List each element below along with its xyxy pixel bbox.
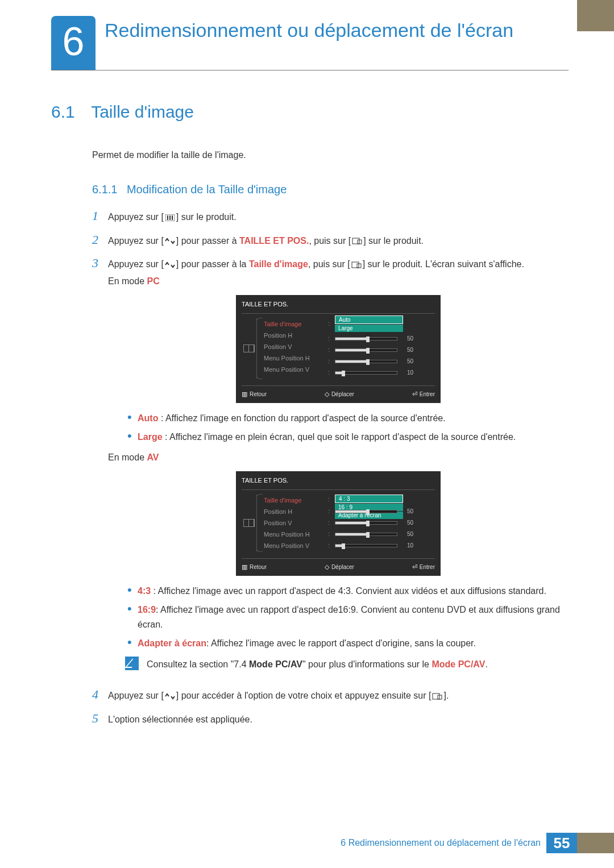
slider-posv (335, 348, 397, 352)
text: Appuyez sur [ (108, 236, 164, 246)
osd-item-menuv: Menu Position V (264, 540, 323, 551)
text: Appuyez sur [ (108, 691, 164, 700)
osd-item-posh: Position H (264, 506, 323, 517)
text: Appuyez sur [ (108, 259, 164, 269)
keyword: 4:3 (138, 586, 151, 596)
move-icon: ◇ (325, 389, 329, 400)
step-number: 1 (92, 209, 108, 225)
mode-pc-label: En mode PC (108, 274, 569, 289)
text: , puis sur [ (308, 259, 350, 269)
step-body: Appuyez sur [] pour accéder à l'option d… (108, 687, 569, 703)
osd-option-large: Large (335, 325, 403, 332)
step-5: 5 L'option sélectionnée est appliquée. (92, 711, 569, 727)
updown-icon (164, 261, 176, 269)
slider-value: 50 (401, 518, 413, 528)
bullets-av: • 4:3 : Affichez l'image avec un rapport… (127, 584, 569, 651)
note-body: Consultez la section "7.4 Mode PC/AV" po… (147, 657, 488, 671)
footer-page-number: 55 (546, 833, 577, 853)
osd-option-auto: Auto (335, 315, 403, 324)
move-icon: ◇ (325, 562, 329, 572)
osd-foot-deplacer: ◇Déplacer (325, 389, 354, 400)
text: ] sur le produit. (176, 212, 237, 222)
subsection-heading: 6.1.1 Modification de la Taille d'image (51, 183, 569, 196)
osd-icon-column (242, 318, 256, 379)
osd-item-taille: Taille d'image (264, 495, 323, 506)
enter-icon: ⏎ (412, 389, 417, 400)
label: Entrer (420, 563, 435, 572)
updown-icon (164, 237, 176, 245)
osd-item-taille: Taille d'image (264, 318, 323, 330)
label: Entrer (420, 390, 435, 399)
osd-item-menuh: Menu Position H (264, 529, 323, 540)
slider-value: 10 (401, 368, 413, 377)
osd-foot-entrer: ⏎Entrer (412, 562, 435, 572)
text: : Affichez l'image en plein écran, quel … (163, 432, 516, 442)
bullets-pc: • Auto : Affichez l'image en fonction du… (127, 411, 569, 445)
keyword: Auto (138, 413, 158, 423)
chapter-title: Redimensionnement ou déplacement de l'éc… (105, 16, 513, 41)
slider-value: 50 (401, 507, 413, 516)
slider-posh (335, 337, 397, 340)
slider-value: 50 (401, 530, 413, 539)
osd-item-posh: Position H (264, 330, 323, 341)
step-number: 4 (92, 687, 108, 703)
osd-foot-retour: ▥Retour (242, 562, 267, 572)
osd-item-posv: Position V (264, 341, 323, 352)
step-number: 3 (92, 256, 108, 679)
svg-rect-3 (172, 215, 173, 220)
step-4: 4 Appuyez sur [] pour accéder à l'option… (92, 687, 569, 703)
label: Retour (250, 390, 267, 399)
decorative-stripe-top (577, 0, 614, 31)
enter-icon (431, 692, 443, 700)
bullet-item: • 4:3 : Affichez l'image avec un rapport… (127, 584, 569, 599)
step-number: 5 (92, 711, 108, 727)
enter-icon: ⏎ (412, 562, 417, 572)
slider-posv (335, 521, 397, 525)
bullet-dot: • (127, 636, 138, 651)
osd-values: : 4 : 3 16 : 9 Adapter à l'écran :50 :50… (323, 495, 435, 551)
subsection-title: Modification de la Taille d'image (127, 183, 287, 196)
osd-item-menuh: Menu Position H (264, 352, 323, 364)
text: ]. (443, 691, 449, 700)
slider-value: 50 (401, 334, 413, 343)
text: , puis sur [ (309, 236, 351, 246)
keyword: AV (147, 452, 159, 462)
text: En mode (108, 276, 147, 286)
text: : Affichez l'image avec un rapport d'asp… (151, 586, 546, 596)
text: ] pour passer à la (176, 259, 249, 269)
keyword: Mode PC/AV (432, 659, 485, 669)
section-heading: 6.1 Taille d'image (51, 102, 569, 122)
svg-rect-4 (352, 238, 359, 244)
label: Retour (250, 563, 267, 572)
bullet-item: • Large : Affichez l'image en plein écra… (127, 430, 569, 445)
footer-chapter-text: 6 Redimensionnement ou déplacement de l'… (341, 838, 541, 848)
svg-rect-8 (433, 693, 439, 699)
decorative-stripe-bottom (577, 833, 614, 853)
step-1: 1 Appuyez sur [] sur le produit. (92, 209, 569, 225)
osd-footer: ▥Retour ◇Déplacer ⏎Entrer (242, 558, 435, 572)
chapter-number-tab: 6 (51, 16, 96, 70)
svg-rect-6 (352, 262, 359, 268)
bullet-dot: • (127, 430, 138, 445)
step-body: L'option sélectionnée est appliquée. (108, 711, 569, 727)
osd-option-43: 4 : 3 (335, 495, 403, 503)
text: Consultez la section "7.4 (147, 659, 249, 669)
size-pos-icon (243, 344, 255, 352)
keyword: Adapter à écran (138, 638, 206, 648)
steps-list: 1 Appuyez sur [] sur le produit. 2 Appuy… (51, 209, 569, 726)
text: " pour plus d'informations sur le (302, 659, 432, 669)
slider-posh (335, 510, 397, 513)
slider-value: 10 (401, 541, 413, 550)
svg-rect-1 (167, 215, 168, 220)
bullet-dot: • (127, 603, 138, 632)
text: : Affichez l'image avec le rapport d'asp… (206, 638, 476, 648)
osd-values: : Auto Large :50 :50 :50 :10 (323, 318, 435, 379)
text: : Affichez l'image avec un rapport d'asp… (138, 605, 560, 629)
osd-foot-entrer: ⏎Entrer (412, 389, 435, 400)
header-divider (51, 70, 569, 70)
bullet-dot: • (127, 411, 138, 426)
bullet-item: • Adapter à écran: Affichez l'image avec… (127, 636, 569, 651)
step-number: 2 (92, 232, 108, 248)
bullet-item: • Auto : Affichez l'image en fonction du… (127, 411, 569, 426)
osd-title: TAILLE ET POS. (242, 300, 435, 314)
